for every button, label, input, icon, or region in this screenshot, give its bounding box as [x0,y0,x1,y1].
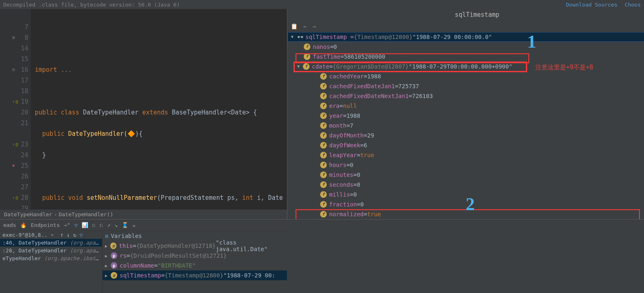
var-icon: ≡ [110,243,116,249]
breakpoint-icon[interactable]: ✖ [12,160,15,171]
tree-item[interactable]: fcachedFixedDateJan1 = 725737 [287,81,644,91]
annotation-icon: @ [16,139,18,150]
filter-icon[interactable]: ▽ [74,222,77,228]
tree-item[interactable]: fseconds = 0 [287,180,644,190]
tree-item[interactable]: fdayOfMonth = 29 [287,130,644,140]
override-icon[interactable]: ↑ [12,96,15,107]
new-watch-icon[interactable]: 📋 [291,23,298,30]
tree-item[interactable]: fminutes = 0 [287,170,644,180]
evaluate-title: sqlTimestamp [287,9,644,21]
endpoints-tab[interactable]: Endpoints [31,222,59,228]
field-icon: f [320,83,327,89]
tree-item[interactable]: fhours = 0 [287,160,644,170]
tree-item[interactable]: fera = null [287,101,644,111]
toolbar-icon[interactable]: ⎌ [92,222,96,228]
filter-icon[interactable]: ▽ [80,232,83,238]
toolbar-icon[interactable]: ☕ [132,222,136,228]
field-icon: f [320,172,327,178]
tree-item[interactable]: fcachedFixedDateNextJan1 = 726103 [287,91,644,101]
choose-link[interactable]: Choos [625,2,641,8]
override-icon[interactable]: ↑ [12,139,15,150]
code-area[interactable]: import ... public class DateTypeHandler … [31,9,287,209]
breadcrumb-method[interactable]: DateTypeHandler() [59,211,113,217]
annotation-icon: @ [16,96,18,107]
breadcrumb-class[interactable]: DateTypeHandler [4,211,52,217]
variable-row[interactable]: ▶≡this = {DateTypeHandler@12718} "class … [102,241,287,251]
var-icon: p [111,262,117,269]
tree-item[interactable]: fdayOfWeek = 6 [287,140,644,150]
tree-item[interactable]: fnanos = 0 [287,42,644,52]
fold-icon[interactable]: ⊞ [12,32,15,43]
field-icon: f [320,211,327,217]
toolbar-icon[interactable]: ↘ [114,222,118,228]
variable-row[interactable]: ▶pcolumnName = "BIRTHDATE" [102,261,287,270]
stack-frame[interactable]: eTypeHandler (org.apache.ibatis.ty [0,254,102,262]
field-icon: f [320,201,327,208]
field-icon: f [304,53,310,60]
tree-root[interactable]: ▼ 👓 sqlTimestamp = {Timestamp@12800} "19… [287,32,644,42]
forward-icon[interactable]: → [312,23,316,30]
breadcrumb[interactable]: DateTypeHandler › DateTypeHandler() [0,209,287,219]
toolbar-icon[interactable]: ↗ [107,222,110,228]
thread-selector[interactable]: exec-9"@10,8.. ▾ ↑ ↓ ↻ ▽ [0,231,102,239]
tree-item[interactable]: ffastTime = 586105200000 [287,52,644,62]
back-icon[interactable]: ← [303,23,307,30]
var-icon: ≡ [111,272,117,279]
threads-tab[interactable]: eads [3,222,16,228]
field-icon: f [320,93,327,99]
variables-label: Variables [111,233,142,239]
variable-row[interactable]: ▶≡sqlTimestamp = {Timestamp@12800} "1988… [102,270,287,280]
vars-icon: ≡ [105,233,108,239]
debug-panel: eads 🔥 Endpoints →" ▽ 📊 ⎌ ⎌ ↗ ↘ 🧵 ☕ exec… [0,219,644,293]
field-icon: f [320,103,327,109]
code-editor[interactable]: 78141516171819202123242526272829 ⊞ ⊟ ↑@ … [0,9,287,209]
watch-icon: 👓 [297,32,304,42]
field-icon: f [320,191,327,198]
field-icon: f [320,73,327,80]
flame-icon[interactable]: 🔥 [20,222,27,228]
variables-panel[interactable]: ≡ Variables ▶≡this = {DateTypeHandler@12… [102,231,287,293]
tree-item[interactable]: fmillis = 0 [287,190,644,199]
tree-item[interactable]: fcachedYear = 1988 [287,71,644,81]
field-icon: f [303,63,309,70]
toolbar-icon[interactable]: →" [64,222,71,228]
decompiled-notice: Decompiled .class file, bytecode version… [3,2,180,8]
tree-item[interactable]: ffraction = 0 [287,199,644,209]
annotation-icon: @ [16,192,18,203]
toolbar-icon[interactable]: 🧵 [122,222,128,228]
field-icon: f [320,142,327,149]
fold-icon[interactable]: ⊟ [12,64,15,75]
field-icon: f [320,122,327,129]
field-icon: f [304,43,310,50]
field-icon: f [320,181,327,188]
next-frame-icon[interactable]: ↓ [67,232,70,238]
tree-item[interactable]: ▼fcdate = {Gregorian$Date@12807} "1988-0… [287,62,644,71]
toolbar-icon[interactable]: ↻ [73,232,76,238]
tree-toolbar: 📋 ← → [287,21,644,32]
toolbar-icon[interactable]: 📊 [82,222,88,228]
gutter: 78141516171819202123242526272829 ⊞ ⊟ ↑@ … [0,9,31,209]
field-icon: f [320,162,327,168]
download-sources-link[interactable]: Download Sources [566,2,617,8]
field-icon: f [320,112,327,119]
tree-item[interactable]: fnormalized = true [287,209,644,219]
var-icon: p [111,252,117,259]
stack-frame[interactable]: :40, DateTypeHandler (org.apache [0,239,102,247]
tree-item[interactable]: fmonth = 7 [287,121,644,130]
top-info-bar: Decompiled .class file, bytecode version… [0,0,644,9]
override-icon[interactable]: ↑ [12,192,15,203]
frames-panel[interactable]: exec-9"@10,8.. ▾ ↑ ↓ ↻ ▽ :40, DateTypeHa… [0,231,102,293]
tree-item[interactable]: fyear = 1988 [287,111,644,121]
field-icon: f [320,152,327,158]
tree-item[interactable]: fleapYear = true [287,150,644,160]
variable-tree[interactable]: ▼ 👓 sqlTimestamp = {Timestamp@12800} "19… [287,32,644,219]
toolbar-icon[interactable]: ⎌ [100,222,103,228]
field-icon: f [320,132,327,139]
prev-frame-icon[interactable]: ↑ [60,232,64,238]
stack-frame[interactable]: :28, DateTypeHandler (org.apache [0,247,102,254]
